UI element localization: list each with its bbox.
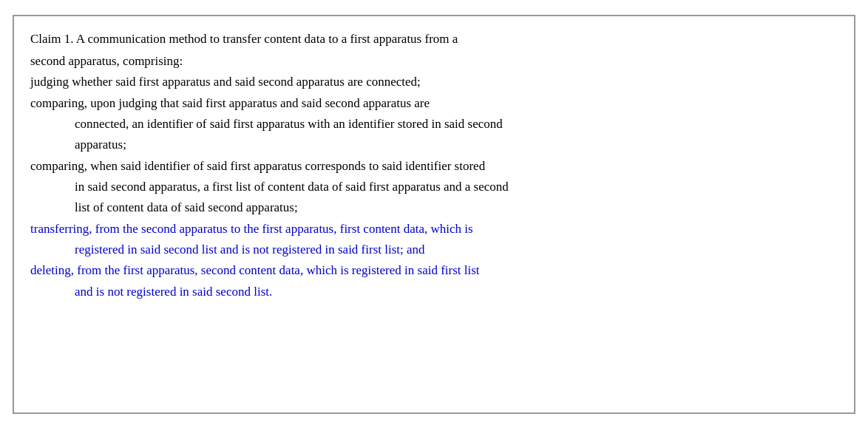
claim-line-8: in said second apparatus, a first list o…	[30, 177, 838, 197]
patent-claim-box: Claim 1. A communication method to trans…	[13, 15, 855, 414]
claim-line-3: judging whether said first apparatus and…	[30, 72, 838, 92]
claim-line-10: transferring, from the second apparatus …	[30, 220, 838, 239]
claim-line-9: list of content data of said second appa…	[30, 198, 838, 217]
claim-line-5: connected, an identifier of said first a…	[30, 115, 838, 134]
claim-line-11: registered in said second list and is no…	[30, 240, 838, 259]
claim-line-4: comparing, upon judging that said first …	[30, 94, 838, 113]
patent-text-content: Claim 1. A communication method to trans…	[30, 30, 838, 302]
claim-line-7: comparing, when said identifier of said …	[30, 157, 838, 176]
claim-line-1: Claim 1. A communication method to trans…	[30, 30, 838, 49]
claim-line-12: deleting, from the first apparatus, seco…	[30, 261, 838, 280]
claim-line-6: apparatus;	[30, 135, 838, 154]
claim-line-13: and is not registered in said second lis…	[30, 282, 838, 302]
claim-line-2: second apparatus, comprising:	[30, 52, 838, 71]
